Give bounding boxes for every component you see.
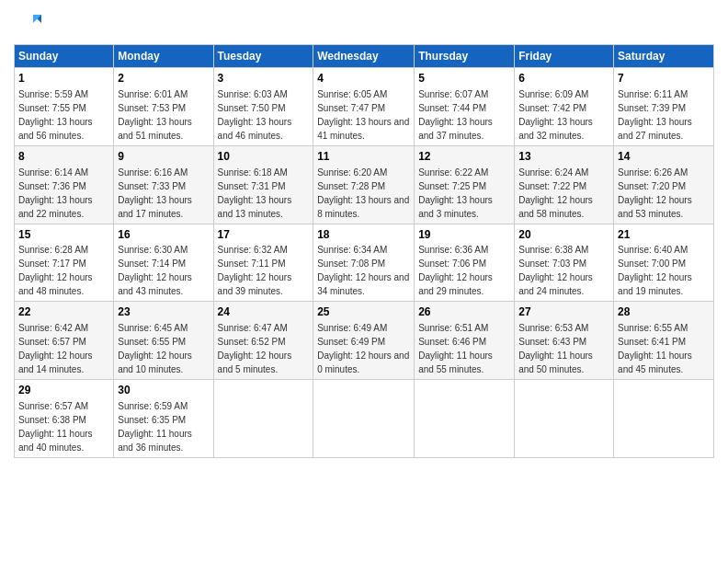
day-cell: 11 Sunrise: 6:20 AM Sunset: 7:28 PM Dayl… [313,145,415,224]
sunset-info: Sunset: 6:57 PM [18,337,86,347]
sunrise-info: Sunrise: 6:49 AM [317,323,387,333]
daylight-info: Daylight: 13 hours and 17 minutes. [118,195,192,219]
sunrise-info: Sunrise: 6:59 AM [118,401,188,411]
day-number: 28 [618,304,710,320]
sunrise-info: Sunrise: 6:55 AM [618,323,688,333]
day-number: 11 [317,149,410,165]
sunset-info: Sunset: 7:11 PM [218,259,286,269]
day-cell: 13 Sunrise: 6:24 AM Sunset: 7:22 PM Dayl… [515,145,614,224]
logo [14,9,45,37]
daylight-info: Daylight: 12 hours and 43 minutes. [118,272,192,296]
daylight-info: Daylight: 12 hours and 48 minutes. [18,272,93,296]
daylight-info: Daylight: 13 hours and 27 minutes. [618,117,692,141]
sunrise-info: Sunrise: 6:45 AM [118,323,188,333]
day-cell: 5 Sunrise: 6:07 AM Sunset: 7:44 PM Dayli… [415,68,515,146]
sunrise-info: Sunrise: 6:40 AM [618,245,688,255]
day-header-tuesday: Tuesday [213,45,313,68]
day-cell [415,380,515,458]
sunset-info: Sunset: 6:49 PM [317,337,385,347]
sunset-info: Sunset: 6:38 PM [18,415,86,425]
day-cell: 12 Sunrise: 6:22 AM Sunset: 7:25 PM Dayl… [415,145,515,224]
sunrise-info: Sunrise: 6:03 AM [218,89,288,99]
day-cell: 17 Sunrise: 6:32 AM Sunset: 7:11 PM Dayl… [213,224,313,302]
day-header-sunday: Sunday [15,45,114,68]
day-cell: 9 Sunrise: 6:16 AM Sunset: 7:33 PM Dayli… [114,145,213,224]
day-cell: 8 Sunrise: 6:14 AM Sunset: 7:36 PM Dayli… [15,145,114,224]
sunrise-info: Sunrise: 6:36 AM [418,245,488,255]
sunset-info: Sunset: 7:50 PM [218,103,286,113]
daylight-info: Daylight: 13 hours and 37 minutes. [418,117,493,141]
sunset-info: Sunset: 6:43 PM [518,337,586,347]
sunrise-info: Sunrise: 6:16 AM [118,167,188,178]
svg-rect-0 [14,9,41,37]
day-number: 4 [317,71,410,86]
sunrise-info: Sunrise: 6:38 AM [518,245,588,255]
day-cell: 25 Sunrise: 6:49 AM Sunset: 6:49 PM Dayl… [313,302,415,380]
daylight-info: Daylight: 12 hours and 53 minutes. [618,195,692,219]
day-cell: 22 Sunrise: 6:42 AM Sunset: 6:57 PM Dayl… [15,302,114,380]
day-cell [213,380,313,458]
daylight-info: Daylight: 13 hours and 32 minutes. [518,117,593,141]
header-row: SundayMondayTuesdayWednesdayThursdayFrid… [15,45,714,68]
daylight-info: Daylight: 12 hours and 34 minutes. [317,272,409,296]
sunrise-info: Sunrise: 6:18 AM [218,167,288,178]
daylight-info: Daylight: 11 hours and 50 minutes. [518,350,593,374]
sunset-info: Sunset: 7:55 PM [18,103,86,113]
daylight-info: Daylight: 12 hours and 39 minutes. [218,272,292,296]
day-cell: 14 Sunrise: 6:26 AM Sunset: 7:20 PM Dayl… [614,145,714,224]
day-number: 20 [518,227,609,243]
daylight-info: Daylight: 11 hours and 36 minutes. [118,429,192,453]
day-number: 3 [218,71,310,86]
day-number: 27 [518,304,609,320]
day-number: 6 [518,71,609,86]
daylight-info: Daylight: 11 hours and 45 minutes. [618,350,692,374]
day-number: 21 [618,227,710,243]
sunrise-info: Sunrise: 5:59 AM [18,89,88,99]
day-cell [515,380,614,458]
daylight-info: Daylight: 13 hours and 51 minutes. [118,117,192,141]
day-cell: 16 Sunrise: 6:30 AM Sunset: 7:14 PM Dayl… [114,224,213,302]
sunrise-info: Sunrise: 6:11 AM [618,89,688,99]
sunset-info: Sunset: 6:55 PM [118,337,186,347]
day-cell: 1 Sunrise: 5:59 AM Sunset: 7:55 PM Dayli… [15,68,114,146]
day-cell: 30 Sunrise: 6:59 AM Sunset: 6:35 PM Dayl… [114,380,213,458]
daylight-info: Daylight: 12 hours and 24 minutes. [518,272,593,296]
sunrise-info: Sunrise: 6:30 AM [118,245,188,255]
sunset-info: Sunset: 7:39 PM [618,103,686,113]
daylight-info: Daylight: 12 hours and 29 minutes. [418,272,493,296]
day-cell: 26 Sunrise: 6:51 AM Sunset: 6:46 PM Dayl… [415,302,515,380]
day-cell: 6 Sunrise: 6:09 AM Sunset: 7:42 PM Dayli… [515,68,614,146]
day-number: 22 [18,304,109,320]
sunset-info: Sunset: 7:25 PM [418,181,486,191]
day-number: 17 [218,227,310,243]
day-number: 26 [418,304,510,320]
day-cell: 28 Sunrise: 6:55 AM Sunset: 6:41 PM Dayl… [614,302,714,380]
day-number: 10 [218,149,310,165]
daylight-info: Daylight: 13 hours and 46 minutes. [218,117,292,141]
sunrise-info: Sunrise: 6:05 AM [317,89,387,99]
day-cell: 29 Sunrise: 6:57 AM Sunset: 6:38 PM Dayl… [15,380,114,458]
sunset-info: Sunset: 7:31 PM [218,181,286,191]
sunset-info: Sunset: 7:28 PM [317,181,385,191]
sunset-info: Sunset: 7:47 PM [317,103,385,113]
sunrise-info: Sunrise: 6:07 AM [418,89,488,99]
sunset-info: Sunset: 7:22 PM [518,181,586,191]
sunrise-info: Sunrise: 6:34 AM [317,245,387,255]
daylight-info: Daylight: 12 hours and 14 minutes. [18,350,93,374]
day-header-friday: Friday [515,45,614,68]
day-cell: 21 Sunrise: 6:40 AM Sunset: 7:00 PM Dayl… [614,224,714,302]
week-row-3: 15 Sunrise: 6:28 AM Sunset: 7:17 PM Dayl… [15,224,714,302]
daylight-info: Daylight: 13 hours and 41 minutes. [317,117,409,141]
day-header-wednesday: Wednesday [313,45,415,68]
day-number: 15 [18,227,109,243]
day-header-monday: Monday [114,45,213,68]
daylight-info: Daylight: 12 hours and 19 minutes. [618,272,692,296]
day-cell: 7 Sunrise: 6:11 AM Sunset: 7:39 PM Dayli… [614,68,714,146]
calendar-table: SundayMondayTuesdayWednesdayThursdayFrid… [14,44,714,458]
sunset-info: Sunset: 6:35 PM [118,415,186,425]
sunset-info: Sunset: 6:41 PM [618,337,686,347]
day-cell: 23 Sunrise: 6:45 AM Sunset: 6:55 PM Dayl… [114,302,213,380]
day-cell: 24 Sunrise: 6:47 AM Sunset: 6:52 PM Dayl… [213,302,313,380]
day-cell: 10 Sunrise: 6:18 AM Sunset: 7:31 PM Dayl… [213,145,313,224]
day-cell [313,380,415,458]
